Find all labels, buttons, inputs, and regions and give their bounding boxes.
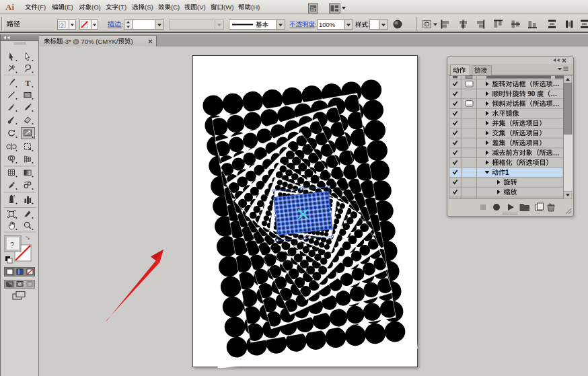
svg-text:?: ? bbox=[61, 22, 64, 29]
svg-text:(H): (H) bbox=[251, 3, 260, 11]
svg-text:(E): (E) bbox=[65, 3, 73, 11]
svg-text:(V): (V) bbox=[197, 3, 206, 11]
svg-text:Br: Br bbox=[311, 7, 316, 11]
svg-text:): ) bbox=[131, 38, 133, 45]
svg-text::: : bbox=[121, 21, 123, 28]
svg-text:100%: 100% bbox=[319, 21, 336, 28]
svg-text:(C): (C) bbox=[171, 3, 180, 11]
svg-text:1: 1 bbox=[505, 169, 509, 176]
svg-text:T: T bbox=[25, 78, 31, 88]
svg-text:(F): (F) bbox=[38, 3, 46, 11]
svg-text:90: 90 bbox=[527, 90, 536, 98]
svg-text:(W): (W) bbox=[223, 3, 233, 11]
svg-text:…: … bbox=[553, 100, 560, 108]
svg-text:…: … bbox=[553, 80, 560, 87]
svg-text::: : bbox=[315, 21, 317, 28]
svg-text:(S): (S) bbox=[145, 3, 153, 11]
svg-text:…: … bbox=[550, 90, 557, 98]
svg-text:(O): (O) bbox=[91, 3, 101, 11]
svg-text:…: … bbox=[553, 149, 560, 157]
svg-text:Ai: Ai bbox=[5, 2, 14, 12]
svg-text:-3* @ 70% (CMYK/: -3* @ 70% (CMYK/ bbox=[63, 38, 118, 45]
svg-text:?: ? bbox=[10, 241, 14, 249]
svg-text:(T): (T) bbox=[118, 3, 126, 11]
